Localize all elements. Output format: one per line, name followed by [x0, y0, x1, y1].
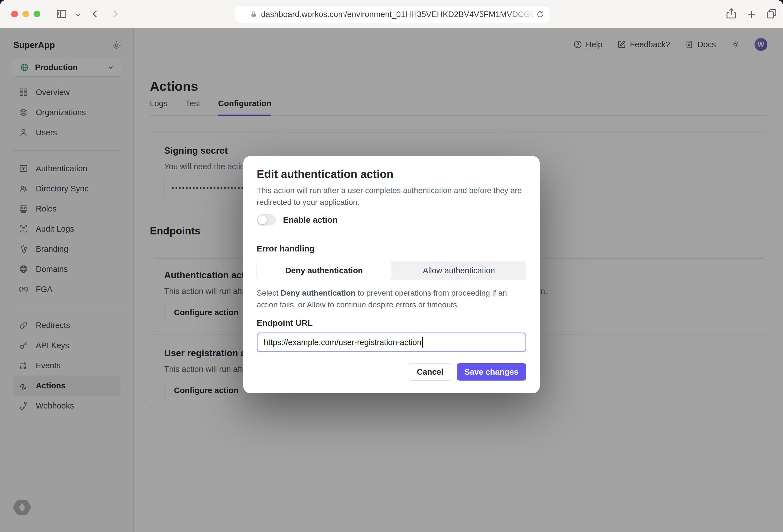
enable-action-row: Enable action — [257, 214, 526, 226]
maximize-window-button[interactable] — [34, 11, 40, 17]
endpoint-url-value: https://example.com/user-registration-ac… — [264, 338, 421, 347]
browser-window: dashboard.workos.com/environment_01HH35V… — [0, 0, 783, 532]
tab-overview-icon[interactable] — [765, 7, 778, 20]
new-tab-icon[interactable] — [746, 9, 757, 20]
address-bar[interactable]: dashboard.workos.com/environment_01HH35V… — [235, 6, 550, 23]
screen: dashboard.workos.com/environment_01HH35V… — [0, 0, 783, 532]
endpoint-url-input[interactable]: https://example.com/user-registration-ac… — [257, 333, 526, 352]
deny-authentication-option[interactable]: Deny authentication — [257, 261, 392, 280]
save-changes-button[interactable]: Save changes — [457, 363, 526, 380]
cancel-button[interactable]: Cancel — [408, 363, 452, 380]
toggle-knob — [258, 215, 267, 224]
chrome-separator — [71, 9, 72, 19]
enable-action-label: Enable action — [283, 215, 338, 225]
forward-icon[interactable] — [109, 8, 121, 20]
url-text: dashboard.workos.com/environment_01HH35V… — [261, 10, 535, 19]
modal-divider — [257, 235, 526, 235]
reload-icon[interactable] — [536, 10, 545, 19]
chevron-down-icon[interactable] — [74, 11, 82, 19]
modal-description: This action will run after a user comple… — [257, 185, 526, 208]
browser-chrome: dashboard.workos.com/environment_01HH35V… — [0, 0, 783, 28]
share-icon[interactable] — [725, 7, 738, 20]
endpoint-url-label: Endpoint URL — [257, 318, 526, 328]
back-icon[interactable] — [90, 8, 101, 20]
edit-authentication-action-modal: Edit authentication action This action w… — [243, 156, 540, 393]
allow-authentication-option[interactable]: Allow authentication — [392, 261, 526, 280]
text-caret — [422, 337, 423, 347]
error-handling-helper: Select Deny authentication to prevent op… — [257, 287, 526, 311]
enable-action-toggle[interactable] — [257, 214, 276, 226]
app-viewport: SuperApp Production — [0, 28, 783, 532]
lock-icon — [250, 11, 257, 18]
error-handling-heading: Error handling — [257, 244, 526, 254]
error-handling-segmented-control: Deny authentication Allow authentication — [257, 261, 526, 280]
modal-actions: Cancel Save changes — [257, 363, 526, 380]
modal-title: Edit authentication action — [257, 167, 526, 181]
sidebar-toggle-icon[interactable] — [55, 8, 68, 20]
close-window-button[interactable] — [11, 11, 18, 17]
minimize-window-button[interactable] — [22, 11, 29, 17]
